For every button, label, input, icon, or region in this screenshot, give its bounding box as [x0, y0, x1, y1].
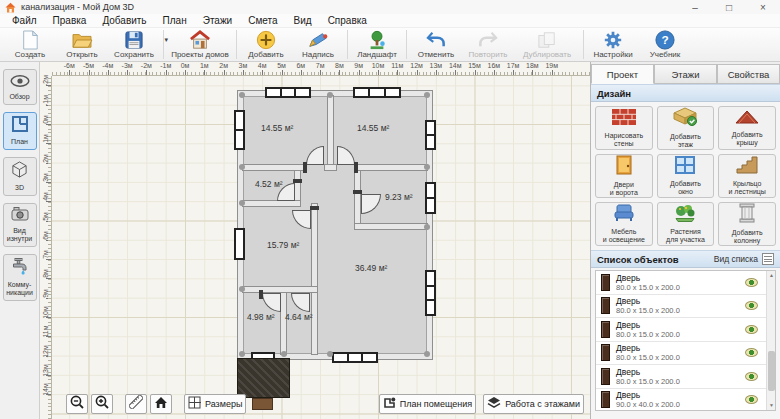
menu-floors[interactable]: Этажи: [195, 15, 241, 26]
minimize-button[interactable]: –: [678, 2, 712, 13]
menu-plan[interactable]: План: [155, 15, 195, 26]
sidebar-item-3d[interactable]: 3D: [3, 157, 37, 196]
undo-arrow-icon: [425, 30, 447, 50]
add-floor-button[interactable]: Добавить этаж: [657, 106, 715, 150]
add-button[interactable]: Добавить: [240, 30, 292, 60]
toolbar-label: Учебник: [650, 50, 681, 59]
porch-step[interactable]: [252, 398, 273, 410]
visibility-eye-icon[interactable]: [745, 395, 758, 404]
ruler-h-label: 8м: [330, 62, 348, 69]
maximize-button[interactable]: □: [712, 2, 746, 13]
tab-properties[interactable]: Свойства: [717, 64, 780, 84]
window-object[interactable]: [425, 270, 436, 316]
ruler-v-label: 2м: [42, 149, 49, 167]
window-object[interactable]: [353, 87, 401, 98]
window-object[interactable]: [425, 182, 436, 214]
close-button[interactable]: ×: [746, 2, 780, 13]
tab-floors[interactable]: Этажи: [654, 64, 717, 84]
ruler-h-label: 0м: [176, 62, 194, 69]
object-list-item[interactable]: Дверь80.0 x 15.0 x 200.0: [596, 342, 775, 366]
undo-button[interactable]: Отменить: [410, 30, 462, 60]
dimensions-button[interactable]: Размеры: [184, 394, 246, 414]
plants-button[interactable]: Растения для участка: [657, 202, 715, 246]
wall-joint: [327, 351, 333, 357]
visibility-eye-icon[interactable]: [745, 348, 758, 357]
create-button[interactable]: Создать: [4, 30, 56, 60]
doors-gates-button[interactable]: Двери и ворота: [595, 154, 653, 198]
design-button-label: Добавить окно: [670, 180, 701, 197]
open-button[interactable]: Открыть: [56, 30, 108, 60]
work-with-floors-button-label: Работа с этажами: [505, 399, 580, 409]
visibility-eye-icon[interactable]: [745, 301, 758, 310]
wall-joint: [327, 92, 333, 98]
work-with-floors-button[interactable]: Работа с этажами: [483, 394, 584, 414]
ruler-tick: [46, 221, 51, 222]
ruler-tick: [262, 70, 263, 75]
tab-project[interactable]: Проект: [591, 64, 654, 84]
sidebar-item-interior-view[interactable]: Вид изнутри: [3, 203, 37, 247]
add-column-button[interactable]: Добавить колонну: [718, 202, 776, 246]
sidebar-item-overview[interactable]: Обзор: [3, 69, 37, 105]
window-object[interactable]: [234, 110, 245, 150]
ruler-tick: [378, 70, 379, 75]
scrollbar-thumb[interactable]: [768, 351, 775, 391]
ruler-h-label: 11м: [388, 62, 406, 69]
zoom-in-button[interactable]: [91, 394, 113, 414]
scroll-down-arrow[interactable]: ▼: [767, 401, 776, 410]
settings-button[interactable]: Настройки: [587, 30, 639, 60]
menu-add[interactable]: Добавить: [94, 15, 154, 26]
porch-stairs-button[interactable]: Крыльцо и лестницы: [718, 154, 776, 198]
design-button-label: Двери и ворота: [610, 181, 638, 198]
ruler-tick: [475, 70, 476, 75]
add-roof-button[interactable]: Добавить крышу: [718, 106, 776, 150]
window-object[interactable]: [332, 352, 378, 363]
menu-help[interactable]: Справка: [320, 15, 375, 26]
visibility-eye-icon[interactable]: [745, 325, 758, 334]
visibility-eye-icon[interactable]: [745, 278, 758, 287]
house-projects-button[interactable]: Проекты домов: [167, 30, 233, 60]
porch-roof[interactable]: [237, 358, 290, 398]
object-list-item[interactable]: Дверь80.0 x 15.0 x 200.0: [596, 295, 775, 319]
zoom-out-button[interactable]: [66, 394, 88, 414]
window-object[interactable]: [234, 228, 245, 260]
floor-plan[interactable]: 14.55 м² 14.55 м² 4.52 м² 9.23 м² 15.79 …: [237, 90, 433, 360]
visibility-eye-icon[interactable]: [745, 372, 758, 381]
menu-view[interactable]: Вид: [286, 15, 320, 26]
duplicate-button[interactable]: Дублировать: [514, 30, 580, 60]
window-object[interactable]: [425, 120, 436, 150]
tutorial-button[interactable]: ? Учебник: [639, 30, 691, 60]
menu-estimate[interactable]: Смета: [240, 15, 285, 26]
object-list-item[interactable]: Дверь80.0 x 15.0 x 200.0: [596, 318, 775, 342]
sidebar-item-plan[interactable]: План: [3, 112, 37, 150]
home-button[interactable]: [150, 394, 172, 414]
ruler-tick: [146, 70, 147, 75]
ruler-tick: [320, 70, 321, 75]
object-list-item[interactable]: Дверь90.0 x 40.0 x 200.0: [596, 389, 775, 412]
object-list-item[interactable]: Дверь80.0 x 15.0 x 200.0: [596, 365, 775, 389]
menu-edit[interactable]: Правка: [45, 15, 95, 26]
add-window-button[interactable]: Добавить окно: [657, 154, 715, 198]
save-button[interactable]: ▾ Сохранить: [108, 30, 160, 60]
redo-button[interactable]: Повторить: [462, 30, 514, 60]
ruler-tick: [339, 70, 340, 75]
landscape-button[interactable]: Ландшафт: [351, 30, 403, 60]
room-plan-button[interactable]: План помещения: [379, 394, 476, 414]
list-view-icon[interactable]: [762, 253, 774, 265]
sidebar-item-communications[interactable]: Комму- никации: [3, 254, 37, 301]
scroll-up-arrow[interactable]: ▲: [767, 271, 776, 280]
menu-file[interactable]: Файл: [4, 15, 45, 26]
label-button[interactable]: Надпись: [292, 30, 344, 60]
plan-canvas[interactable]: -6м-5м-4м-3м-2м-1м0м1м2м3м4м5м6м7м8м9м10…: [40, 62, 590, 419]
ruler-v-label: 5м: [42, 207, 49, 225]
object-dimensions: 80.0 x 15.0 x 200.0: [616, 306, 680, 315]
ruler-tick: [552, 70, 553, 75]
draw-walls-button[interactable]: Нарисовать стены: [595, 106, 653, 150]
dimensions-grid-icon: [188, 395, 201, 413]
furniture-lighting-button[interactable]: Мебель и освещение: [595, 202, 653, 246]
window-object[interactable]: [265, 87, 311, 98]
measure-button[interactable]: [125, 394, 147, 414]
object-list-item[interactable]: Дверь80.0 x 15.0 x 200.0: [596, 271, 775, 295]
objects-scrollbar[interactable]: ▲ ▼: [766, 271, 775, 410]
room-area-label: 4.98 м²: [247, 312, 275, 322]
view-sidebar: Обзор План 3D Вид изнутри Комму- никации: [0, 62, 40, 419]
